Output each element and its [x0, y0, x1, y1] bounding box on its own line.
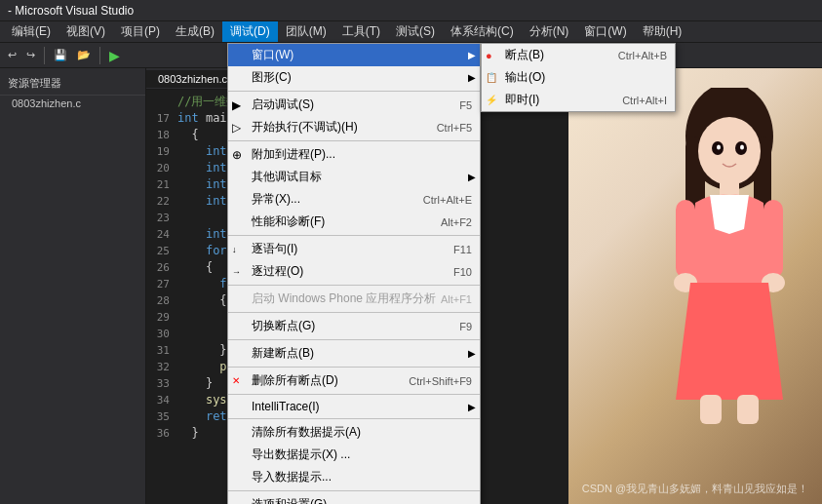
dd-step-into[interactable]: ↓ 逐语句(I) F11 — [228, 238, 480, 260]
menu-window[interactable]: 窗口(W) — [576, 21, 634, 42]
dd-step-over-icon: → — [232, 267, 241, 277]
menu-build[interactable]: 生成(B) — [168, 21, 222, 42]
dd-clear-datatips[interactable]: 清除所有数据提示(A) — [228, 421, 480, 444]
dd-start-debug-icon: ▶ — [232, 98, 241, 112]
anime-figure — [656, 88, 802, 429]
menu-arch[interactable]: 体系结构(C) — [443, 21, 522, 42]
menu-team[interactable]: 团队(M) — [278, 21, 334, 42]
dd-perf[interactable]: 性能和诊断(F) Alt+F2 — [228, 211, 480, 233]
dd-step-into-icon: ↓ — [232, 245, 237, 254]
menu-help[interactable]: 帮助(H) — [635, 21, 690, 42]
dd-other-targets[interactable]: 其他调试目标 ▶ — [228, 166, 480, 188]
toolbar-undo[interactable]: ↩ — [4, 47, 20, 63]
menu-debug[interactable]: 调试(D) — [222, 21, 278, 42]
dd-new-bp-arrow: ▶ — [468, 348, 476, 359]
dd-other-targets-arrow: ▶ — [468, 172, 476, 182]
dd-sep6 — [228, 339, 480, 340]
dd-import-datatips[interactable]: 导入数据提示... — [228, 466, 480, 488]
toolbar-redo[interactable]: ↪ — [22, 47, 39, 63]
dd-options[interactable]: 选项和设置(G)... — [228, 493, 480, 504]
title-bar: - Microsoft Visual Studio — [0, 0, 822, 21]
sub-breakpoints-icon: ● — [486, 50, 492, 61]
dd-intellitrace[interactable]: IntelliTrace(I) ▶ — [228, 397, 480, 416]
dd-attach[interactable]: ⊕ 附加到进程(P)... — [228, 143, 480, 166]
menu-view[interactable]: 视图(V) — [59, 21, 113, 42]
sub-immediate-icon: ⚡ — [486, 95, 497, 105]
toolbar-play[interactable]: ▶ — [105, 46, 124, 65]
dd-graphics[interactable]: 图形(C) ▶ — [228, 66, 480, 89]
menu-bar: 编辑(E) 视图(V) 项目(P) 生成(B) 调试(D) 团队(M) 工具(T… — [0, 21, 822, 43]
dd-start-wp[interactable]: 启动 Windows Phone 应用程序分析 Alt+F1 — [228, 288, 480, 310]
svg-rect-13 — [700, 395, 722, 424]
window-submenu[interactable]: ● 断点(B) Ctrl+Alt+B 📋 输出(O) ⚡ 即时(I) Ctrl+… — [481, 43, 676, 112]
dd-window[interactable]: 窗口(W) ▶ — [228, 44, 480, 66]
menu-edit[interactable]: 编辑(E) — [4, 21, 59, 42]
dd-attach-icon: ⊕ — [232, 148, 242, 162]
dd-start-debug[interactable]: ▶ 启动调试(S) F5 — [228, 94, 480, 116]
dd-delete-bp-icon: ✕ — [232, 375, 240, 386]
dd-sep5 — [228, 312, 480, 313]
menu-tools[interactable]: 工具(T) — [334, 21, 388, 42]
sub-output[interactable]: 📋 输出(O) — [482, 66, 675, 89]
sub-breakpoints[interactable]: ● 断点(B) Ctrl+Alt+B — [482, 44, 675, 66]
menu-project[interactable]: 项目(P) — [113, 21, 168, 42]
sub-output-icon: 📋 — [486, 72, 497, 83]
toolbar-sep2 — [99, 47, 100, 64]
menu-analyze[interactable]: 分析(N) — [522, 21, 577, 42]
dd-delete-all-bp[interactable]: ✕ 删除所有断点(D) Ctrl+Shift+F9 — [228, 369, 480, 392]
dd-step-over[interactable]: → 逐过程(O) F10 — [228, 260, 480, 283]
solution-panel: 资源管理器 0803zhizhen.c — [0, 68, 146, 504]
dd-export-datatips[interactable]: 导出数据提示(X) ... — [228, 444, 480, 466]
dd-sep7 — [228, 367, 480, 368]
image-area: CSDN @我见青山多妩媚，料青山见我应如是！ — [568, 68, 822, 504]
tab-file[interactable]: 0803zhizhen.c — [146, 70, 240, 88]
solution-panel-file[interactable]: 0803zhizhen.c — [0, 96, 145, 111]
svg-point-7 — [740, 145, 744, 150]
svg-rect-10 — [763, 200, 783, 278]
sub-immediate[interactable]: ⚡ 即时(I) Ctrl+Alt+I — [482, 89, 675, 111]
svg-rect-14 — [737, 395, 759, 424]
dd-sep3 — [228, 235, 480, 236]
dd-start-nodebug-icon: ▷ — [232, 121, 241, 135]
dd-sep2 — [228, 140, 480, 141]
svg-point-3 — [698, 117, 761, 185]
dd-sep4 — [228, 285, 480, 286]
toolbar-sep1 — [44, 47, 45, 64]
dd-new-bp[interactable]: 新建断点(B) ▶ — [228, 342, 480, 365]
dd-start-nodebug[interactable]: ▷ 开始执行(不调试)(H) Ctrl+F5 — [228, 116, 480, 138]
menu-test[interactable]: 测试(S) — [388, 21, 443, 42]
dd-intellitrace-arrow: ▶ — [468, 402, 476, 412]
solution-panel-title: 资源管理器 — [0, 72, 145, 96]
dd-sep9 — [228, 418, 480, 419]
dd-sep10 — [228, 490, 480, 491]
dd-sep1 — [228, 91, 480, 92]
debug-dropdown[interactable]: 窗口(W) ▶ 图形(C) ▶ ▶ 启动调试(S) F5 ▷ 开始执行(不调试)… — [227, 43, 481, 504]
dd-window-arrow: ▶ — [468, 50, 476, 60]
toolbar-save[interactable]: 💾 — [50, 47, 71, 63]
dd-exceptions[interactable]: 异常(X)... Ctrl+Alt+E — [228, 188, 480, 211]
dd-graphics-arrow: ▶ — [468, 72, 476, 83]
toolbar-open[interactable]: 📂 — [73, 47, 95, 63]
watermark-text: CSDN @我见青山多妩媚，料青山见我应如是！ — [568, 482, 822, 496]
svg-point-6 — [717, 145, 721, 150]
title-text: - Microsoft Visual Studio — [8, 4, 134, 18]
dd-sep8 — [228, 394, 480, 395]
svg-rect-9 — [676, 200, 695, 278]
dd-toggle-bp[interactable]: 切换断点(G) F9 — [228, 315, 480, 337]
